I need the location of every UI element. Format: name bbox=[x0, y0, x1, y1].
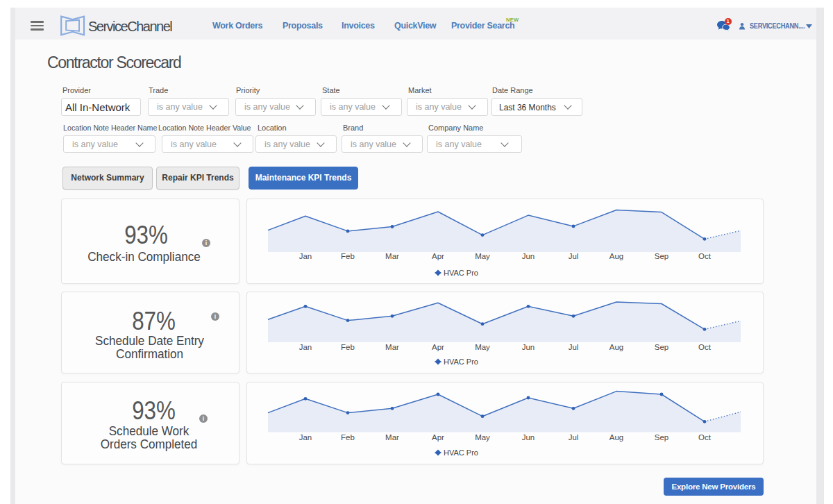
svg-text:Jun: Jun bbox=[522, 433, 535, 442]
svg-text:Apr: Apr bbox=[432, 343, 444, 351]
svg-text:Aug: Aug bbox=[609, 343, 623, 351]
svg-text:HVAC Pro: HVAC Pro bbox=[444, 358, 478, 366]
svg-text:Sep: Sep bbox=[655, 433, 668, 442]
svg-text:Aug: Aug bbox=[609, 433, 623, 442]
svg-text:Jul: Jul bbox=[569, 252, 579, 260]
svg-text:Jul: Jul bbox=[569, 343, 579, 351]
svg-text:May: May bbox=[475, 343, 490, 351]
svg-text:Feb: Feb bbox=[341, 433, 355, 442]
svg-text:Jan: Jan bbox=[299, 252, 312, 260]
svg-text:Mar: Mar bbox=[385, 252, 399, 260]
svg-text:Feb: Feb bbox=[341, 343, 355, 351]
svg-text:Jul: Jul bbox=[569, 433, 579, 442]
svg-text:May: May bbox=[475, 433, 490, 442]
svg-text:Oct: Oct bbox=[698, 343, 712, 351]
svg-text:Mar: Mar bbox=[385, 433, 399, 442]
svg-text:Feb: Feb bbox=[341, 252, 355, 260]
svg-text:Jun: Jun bbox=[522, 343, 535, 351]
svg-text:Sep: Sep bbox=[655, 252, 668, 260]
svg-text:Jan: Jan bbox=[299, 433, 312, 442]
svg-text:Apr: Apr bbox=[432, 433, 444, 442]
svg-text:Mar: Mar bbox=[385, 343, 399, 351]
svg-text:HVAC Pro: HVAC Pro bbox=[444, 269, 478, 277]
svg-text:HVAC Pro: HVAC Pro bbox=[444, 448, 478, 457]
svg-text:Jun: Jun bbox=[522, 252, 535, 260]
svg-text:Jan: Jan bbox=[299, 343, 312, 351]
svg-text:Apr: Apr bbox=[432, 252, 444, 260]
svg-text:Oct: Oct bbox=[698, 252, 712, 260]
svg-text:May: May bbox=[475, 252, 490, 260]
svg-text:Oct: Oct bbox=[698, 433, 712, 442]
svg-text:Sep: Sep bbox=[655, 343, 668, 351]
svg-text:Aug: Aug bbox=[609, 252, 623, 260]
